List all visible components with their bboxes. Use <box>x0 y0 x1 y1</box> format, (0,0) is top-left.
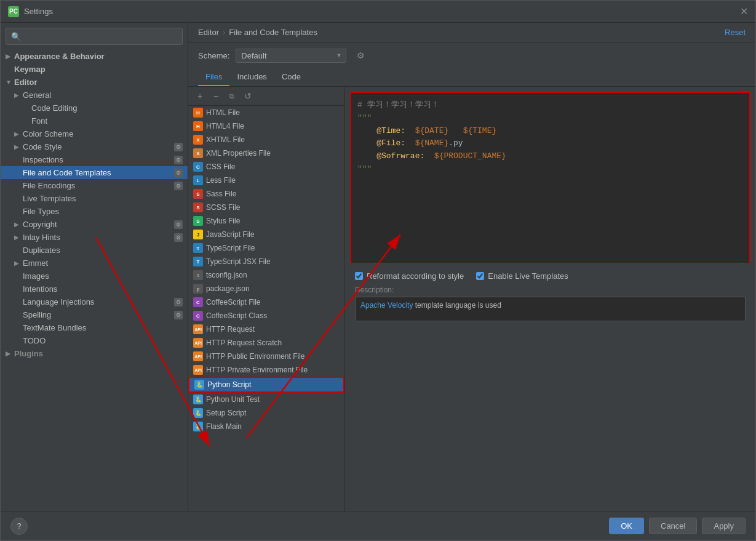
ok-button[interactable]: OK <box>609 518 644 534</box>
file-item[interactable]: J JavaScript File <box>188 228 344 241</box>
file-item[interactable]: API HTTP Public Environment File <box>188 350 344 363</box>
sidebar-item-label: Plugins <box>14 349 183 358</box>
file-item[interactable]: C CSS File <box>188 160 344 174</box>
sidebar-item-emmet[interactable]: ▶ Emmet <box>1 257 188 270</box>
file-item[interactable]: 🐍 Python Unit Test <box>188 393 344 406</box>
close-button[interactable]: ✕ <box>740 6 748 17</box>
live-templates-checkbox-item[interactable]: Enable Live Templates <box>476 271 568 281</box>
editor-area: # 学习！学习！学习！ """ @Time: ${DATE} ${TIME} @… <box>345 87 755 511</box>
file-item[interactable]: API HTTP Private Environment File <box>188 363 344 377</box>
sidebar-item-label: Intentions <box>23 284 183 294</box>
file-item[interactable]: p package.json <box>188 282 344 295</box>
badge-icon: ⚙ <box>174 311 183 319</box>
file-item[interactable]: H HTML File <box>188 106 344 119</box>
sidebar-item-editor[interactable]: ▼ Editor <box>1 76 188 89</box>
sidebar-item-label: TextMate Bundles <box>23 323 183 332</box>
app-icon: PC <box>8 6 19 17</box>
file-item[interactable]: t tsconfig.json <box>188 268 344 282</box>
file-item[interactable]: API HTTP Request <box>188 323 344 336</box>
sidebar-item-file-and-code-templates[interactable]: File and Code Templates ⚙ <box>1 166 188 179</box>
apply-button[interactable]: Apply <box>702 518 746 534</box>
help-button[interactable]: ? <box>10 518 28 535</box>
reset-template-button[interactable]: ↺ <box>241 89 255 103</box>
sidebar-item-file-types[interactable]: File Types <box>1 205 188 218</box>
file-item[interactable]: X XML Properties File <box>188 146 344 160</box>
sidebar-item-inlay-hints[interactable]: ▶ Inlay Hints ⚙ <box>1 231 188 244</box>
sidebar-item-code-style[interactable]: ▶ Code Style ⚙ <box>1 140 188 153</box>
sidebar-item-code-editing[interactable]: Code Editing <box>1 102 188 114</box>
file-item-label: SCSS File <box>206 203 240 212</box>
sidebar-item-textmate-bundles[interactable]: TextMate Bundles <box>1 321 188 334</box>
sidebar-item-general[interactable]: ▶ General <box>1 89 188 102</box>
sidebar-item-keymap[interactable]: Keymap <box>1 63 188 76</box>
remove-template-button[interactable]: − <box>209 89 223 103</box>
breadcrumb-parent: Editor <box>198 28 219 37</box>
sidebar-item-plugins[interactable]: ▶ Plugins <box>1 347 188 360</box>
tab-includes[interactable]: Includes <box>229 68 274 86</box>
file-item-label: JavaScript File <box>206 230 255 239</box>
file-item[interactable]: S Stylus File <box>188 214 344 228</box>
add-template-button[interactable]: + <box>193 89 207 103</box>
file-icon: C <box>193 162 203 172</box>
file-icon: L <box>193 175 203 185</box>
cancel-button[interactable]: Cancel <box>649 518 697 534</box>
sidebar-item-appearance[interactable]: ▶ Appearance & Behavior <box>1 50 188 63</box>
sidebar-item-live-templates[interactable]: Live Templates <box>1 192 188 205</box>
search-input[interactable] <box>23 32 177 41</box>
code-editor[interactable]: # 学习！学习！学习！ """ @Time: ${DATE} ${TIME} @… <box>350 92 750 264</box>
tab-files[interactable]: Files <box>198 68 229 86</box>
description-area: Description: Apache Velocity template la… <box>345 283 755 326</box>
file-item-label: package.json <box>206 284 250 293</box>
badge-icon: ⚙ <box>174 169 183 177</box>
file-item[interactable]: API HTTP Request Scratch <box>188 336 344 350</box>
sidebar-item-font[interactable]: Font <box>1 114 188 127</box>
sidebar-item-label: Font <box>31 116 183 126</box>
code-line: @File: ${NAME}.py <box>357 137 743 150</box>
sidebar-item-images[interactable]: Images <box>1 270 188 283</box>
search-icon: 🔍 <box>11 32 21 41</box>
live-templates-checkbox[interactable] <box>476 272 484 280</box>
file-item[interactable]: S Sass File <box>188 187 344 201</box>
file-item[interactable]: H HTML4 File <box>188 119 344 133</box>
search-box[interactable]: 🔍 <box>6 28 183 45</box>
file-item-label: Stylus File <box>206 217 240 225</box>
file-item[interactable]: L Less File <box>188 174 344 187</box>
reformat-checkbox-item[interactable]: Reformat according to style <box>355 271 464 281</box>
file-icon: 🐍 <box>193 408 203 418</box>
sidebar-item-copyright[interactable]: ▶ Copyright ⚙ <box>1 218 188 231</box>
file-item-label: HTTP Private Environment File <box>206 366 308 374</box>
file-item[interactable]: S SCSS File <box>188 201 344 214</box>
sidebar-item-spelling[interactable]: Spelling ⚙ <box>1 308 188 321</box>
sidebar-item-inspections[interactable]: Inspections ⚙ <box>1 153 188 166</box>
reset-button[interactable]: Reset <box>725 28 746 37</box>
editor-options: Reformat according to style Enable Live … <box>345 269 755 283</box>
reformat-checkbox[interactable] <box>355 272 363 280</box>
sidebar-item-intentions[interactable]: Intentions <box>1 283 188 295</box>
copy-template-button[interactable]: ⧉ <box>225 89 239 103</box>
file-icon: API <box>193 338 203 348</box>
apache-velocity-link[interactable]: Apache Velocity <box>360 301 413 310</box>
live-templates-label: Enable Live Templates <box>488 271 568 281</box>
file-item[interactable]: C CoffeeScript File <box>188 295 344 309</box>
file-item[interactable]: T TypeScript JSX File <box>188 255 344 268</box>
file-item[interactable]: X XHTML File <box>188 133 344 146</box>
sidebar-item-label: Images <box>23 271 183 281</box>
file-item-label: HTML4 File <box>206 122 244 130</box>
sidebar-item-color-scheme[interactable]: ▶ Color Scheme <box>1 127 188 140</box>
file-item[interactable]: T TypeScript File <box>188 241 344 255</box>
file-item[interactable]: 🐍 Flask Main <box>188 420 344 433</box>
scheme-gear-button[interactable]: ⚙ <box>352 47 368 63</box>
scheme-select[interactable]: Default Project <box>236 49 346 63</box>
reformat-label: Reformat according to style <box>367 271 464 281</box>
sidebar-item-file-encodings[interactable]: File Encodings ⚙ <box>1 179 188 192</box>
file-item[interactable]: 🐍 Setup Script <box>188 406 344 420</box>
split-panel: + − ⧉ ↺ H HTML File H HTML4 File <box>188 87 755 511</box>
sidebar-item-todo[interactable]: TODO <box>1 334 188 347</box>
file-item-python-script[interactable]: 🐍 Python Script <box>188 377 344 393</box>
sidebar-item-language-injections[interactable]: Language Injections ⚙ <box>1 295 188 308</box>
sidebar-item-duplicates[interactable]: Duplicates <box>1 244 188 257</box>
window-title: Settings <box>24 7 53 16</box>
tab-code[interactable]: Code <box>274 68 308 86</box>
badge-icon: ⚙ <box>174 220 183 229</box>
file-item[interactable]: C CoffeeScript Class <box>188 309 344 323</box>
